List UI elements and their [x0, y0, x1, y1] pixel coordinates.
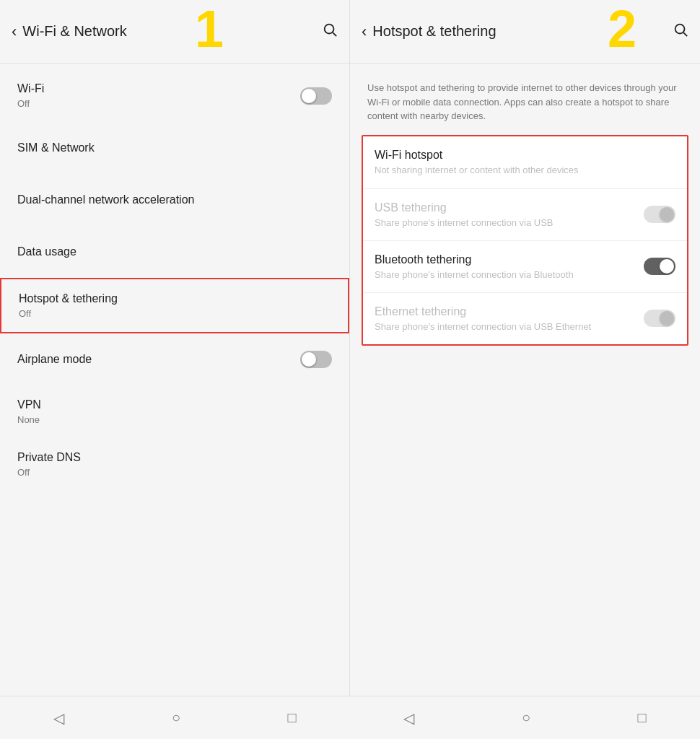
hotspot-tethering-subtitle: Off [19, 308, 118, 319]
sim-network-item[interactable]: SIM & Network [0, 122, 349, 174]
airplane-mode-item[interactable]: Airplane mode [0, 333, 349, 385]
right-recents-nav[interactable]: □ [638, 709, 647, 726]
left-header: ‹ Wi-Fi & Network [0, 0, 349, 64]
private-dns-subtitle: Off [17, 467, 81, 478]
vpn-item[interactable]: VPN None [0, 385, 349, 438]
wifi-hotspot-subtitle: Not sharing internet or content with oth… [375, 165, 675, 175]
svg-line-1 [333, 32, 336, 36]
hotspot-tethering-item[interactable]: Hotspot & tethering Off [0, 278, 349, 333]
left-settings-list: Wi-Fi Off SIM & Network Dual-channel net… [0, 64, 349, 696]
airplane-mode-title: Airplane mode [17, 353, 92, 366]
tethering-options-box: Wi-Fi hotspot Not sharing internet or co… [362, 135, 688, 346]
dual-channel-title: Dual-channel network acceleration [17, 193, 194, 206]
svg-line-3 [683, 32, 687, 36]
svg-point-2 [675, 24, 685, 33]
left-nav-bar: ◁ ○ □ [0, 696, 350, 739]
left-home-nav[interactable]: ○ [172, 709, 180, 726]
hotspot-tethering-title: Hotspot & tethering [19, 292, 118, 305]
usb-tethering-toggle[interactable] [644, 206, 675, 223]
hotspot-description: Use hotspot and tethering to provide int… [362, 75, 688, 135]
wifi-hotspot-item[interactable]: Wi-Fi hotspot Not sharing internet or co… [363, 136, 687, 188]
left-search-button[interactable] [322, 22, 338, 42]
bluetooth-tethering-subtitle: Share phone's internet connection via Bl… [375, 269, 644, 280]
vpn-subtitle: None [17, 414, 41, 425]
right-panel-title: Hotspot & tethering [372, 23, 496, 40]
right-nav-bar: ◁ ○ □ [350, 696, 700, 739]
left-panel: Wi-Fi Off SIM & Network Dual-channel net… [0, 64, 350, 696]
left-back-button[interactable]: ‹ [12, 22, 17, 41]
ethernet-tethering-title: Ethernet tethering [375, 305, 644, 318]
ethernet-tethering-item[interactable]: Ethernet tethering Share phone's interne… [363, 292, 687, 344]
dual-channel-item[interactable]: Dual-channel network acceleration [0, 174, 349, 226]
ethernet-tethering-toggle[interactable] [644, 310, 675, 327]
bottom-navigation: ◁ ○ □ ◁ ○ □ [0, 696, 700, 739]
wifi-title: Wi-Fi [17, 82, 44, 95]
bluetooth-tethering-item[interactable]: Bluetooth tethering Share phone's intern… [363, 240, 687, 292]
usb-tethering-subtitle: Share phone's internet connection via US… [375, 217, 644, 228]
private-dns-item[interactable]: Private DNS Off [0, 438, 349, 491]
wifi-item[interactable]: Wi-Fi Off [0, 69, 349, 122]
data-usage-item[interactable]: Data usage [0, 226, 349, 278]
svg-point-0 [325, 24, 334, 33]
data-usage-title: Data usage [17, 245, 76, 258]
left-recents-nav[interactable]: □ [288, 709, 297, 726]
usb-tethering-title: USB tethering [375, 201, 644, 214]
right-content-area: Use hotspot and tethering to provide int… [350, 64, 700, 696]
right-search-button[interactable] [673, 22, 688, 42]
airplane-mode-toggle[interactable] [300, 351, 332, 368]
wifi-subtitle: Off [17, 98, 44, 109]
left-panel-title: Wi-Fi & Network [22, 23, 126, 40]
right-back-nav[interactable]: ◁ [403, 709, 414, 727]
ethernet-tethering-subtitle: Share phone's internet connection via US… [375, 321, 644, 332]
vpn-title: VPN [17, 398, 41, 411]
bluetooth-tethering-title: Bluetooth tethering [375, 253, 644, 266]
left-back-nav[interactable]: ◁ [53, 709, 64, 727]
right-home-nav[interactable]: ○ [522, 709, 530, 726]
wifi-toggle[interactable] [300, 87, 332, 105]
right-header: ‹ Hotspot & tethering [350, 0, 700, 64]
bluetooth-tethering-toggle[interactable] [644, 258, 675, 275]
right-back-button[interactable]: ‹ [362, 22, 367, 41]
right-panel: Use hotspot and tethering to provide int… [350, 64, 700, 696]
private-dns-title: Private DNS [17, 451, 81, 464]
usb-tethering-item[interactable]: USB tethering Share phone's internet con… [363, 188, 687, 240]
sim-network-title: SIM & Network [17, 141, 95, 154]
wifi-hotspot-title: Wi-Fi hotspot [375, 149, 675, 162]
